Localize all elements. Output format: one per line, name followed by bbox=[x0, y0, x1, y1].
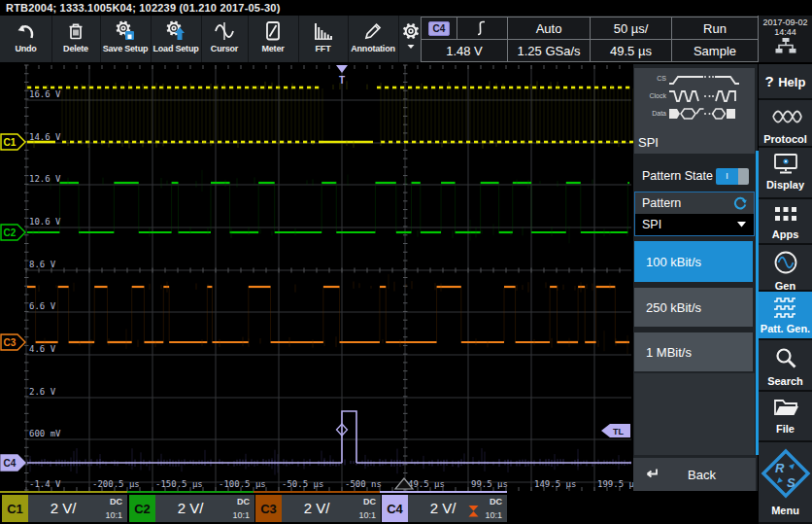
channel-coupling: DC bbox=[110, 497, 122, 507]
channel-coupling: DC bbox=[363, 497, 376, 507]
horizontal-position-cell[interactable]: 49.5 µs bbox=[590, 39, 672, 62]
sidebar-label: Display bbox=[759, 179, 812, 191]
sidebar-item-file[interactable]: File bbox=[759, 392, 812, 442]
rising-slope-icon bbox=[472, 17, 493, 39]
bitrate-label: 1 MBit/s bbox=[646, 345, 692, 360]
voltage-label: 6.6 V bbox=[29, 301, 56, 311]
time-label: -200.5 µs bbox=[92, 479, 140, 489]
help-icon: ? bbox=[765, 73, 774, 89]
load-setup-icon bbox=[163, 18, 188, 44]
bitrate-label: 250 kBit/s bbox=[646, 300, 701, 315]
trigger-level-cell[interactable]: 1.48 V bbox=[421, 39, 508, 62]
time-label: 14:44 bbox=[759, 27, 812, 37]
date-label: 2017-09-02 bbox=[759, 17, 812, 27]
voltage-label: -1.4 V bbox=[29, 479, 61, 489]
save-setup-icon bbox=[113, 18, 138, 44]
trigger-source-cell[interactable]: C4 bbox=[421, 17, 457, 40]
sidebar-label: Help bbox=[778, 75, 805, 89]
channel-probe: 10:1 bbox=[485, 510, 502, 520]
timebase-cell[interactable]: 50 µs/ bbox=[590, 17, 672, 40]
sidebar: ? HelpProtocolDisplayAppsGenPatt. Gen.Se… bbox=[759, 64, 812, 524]
channel-probe: 10:1 bbox=[232, 510, 250, 520]
channel-settings-c3[interactable]: 2 V/DC10:1 bbox=[282, 495, 381, 522]
sidebar-label: Apps bbox=[759, 228, 812, 240]
sidebar-item-display[interactable]: Display bbox=[759, 148, 812, 199]
acquisition-mode-cell[interactable]: Sample bbox=[671, 39, 759, 62]
datetime-panel: 2017-09-02 14:44 bbox=[758, 16, 812, 62]
svg-text:Clock: Clock bbox=[649, 92, 666, 99]
pattern-dropdown[interactable]: Pattern SPI bbox=[634, 192, 755, 236]
svg-text:S: S bbox=[787, 475, 795, 490]
toggle-knob bbox=[738, 168, 749, 185]
generator-icon bbox=[759, 249, 812, 280]
refresh-icon[interactable] bbox=[731, 195, 748, 212]
bitrate-button-1-mbit-s[interactable]: 1 MBit/s bbox=[634, 332, 753, 371]
svg-text:C4: C4 bbox=[4, 458, 17, 469]
channel-settings-c2[interactable]: 2 V/DC10:1 bbox=[155, 495, 254, 522]
acquisition-state-cell[interactable]: Run bbox=[671, 17, 759, 40]
rs-logo-icon: RS bbox=[759, 446, 812, 505]
status-bar: C4Auto50 µs/Run1.48 V1.25 GSa/s49.5 µsSa… bbox=[421, 16, 812, 62]
channel-badge-c1[interactable]: C1 bbox=[2, 495, 28, 522]
pattern-state-label: Pattern State bbox=[642, 169, 716, 183]
channel-settings-c4[interactable]: 2 V/DC10:1 bbox=[408, 495, 507, 522]
svg-text:T: T bbox=[339, 75, 345, 86]
annotation-icon bbox=[360, 18, 386, 44]
settings-gear-icon bbox=[400, 20, 422, 59]
channel-coupling: DC bbox=[490, 497, 502, 507]
chevron-down-icon bbox=[737, 222, 746, 227]
trigger-slope-cell[interactable] bbox=[457, 17, 508, 40]
svg-text:C2: C2 bbox=[4, 227, 17, 238]
toolbar: UndoDeleteSave SetupLoad SetupCursorMete… bbox=[0, 16, 423, 62]
channel-badge-c2[interactable]: C2 bbox=[129, 495, 155, 522]
svg-text:CS: CS bbox=[657, 75, 666, 82]
channel-strip-c2 bbox=[127, 491, 254, 493]
toggle-on-segment: I bbox=[716, 168, 738, 185]
undo-button[interactable]: Undo bbox=[0, 16, 52, 62]
bitrate-button-100-kbit-s[interactable]: 100 kBit/s bbox=[634, 241, 753, 282]
voltage-label: 600 mV bbox=[29, 429, 61, 438]
channel-badge-c3[interactable]: C3 bbox=[255, 495, 282, 522]
pattern-generator-menu: CSClockData SPI Pattern State I Pattern … bbox=[633, 64, 758, 493]
sidebar-item-help[interactable]: ? Help bbox=[759, 64, 812, 100]
channel-badge-c4[interactable]: C4 bbox=[382, 495, 408, 522]
back-arrow-icon bbox=[641, 464, 660, 486]
sidebar-item-search[interactable]: Search bbox=[759, 340, 812, 392]
load-setup-button[interactable]: Load Setup bbox=[151, 16, 202, 62]
trigger-mode-cell[interactable]: Auto bbox=[507, 17, 591, 40]
sidebar-label: Protocol bbox=[759, 133, 812, 145]
waveform-display[interactable]: 16.6 V14.6 V12.6 V10.6 V8.6 V6.6 V4.6 V2… bbox=[0, 64, 633, 493]
sidebar-item-menu[interactable]: RSMenu bbox=[759, 442, 812, 524]
voltage-label: 16.6 V bbox=[29, 89, 61, 99]
fft-button[interactable]: FFT bbox=[298, 16, 349, 62]
svg-text:R: R bbox=[775, 461, 785, 475]
bitrate-label: 100 kBit/s bbox=[646, 255, 701, 269]
svg-text:C1: C1 bbox=[4, 137, 17, 148]
sidebar-item-apps[interactable]: Apps bbox=[759, 199, 812, 245]
pattern-state-row: Pattern State I bbox=[634, 158, 755, 193]
time-label: 149.5 µs bbox=[534, 479, 576, 489]
channel-coupling: DC bbox=[237, 497, 250, 507]
sidebar-item-gen[interactable]: Gen bbox=[759, 245, 812, 292]
cursor-button[interactable]: Cursor bbox=[201, 16, 249, 62]
back-button[interactable]: Back bbox=[633, 458, 756, 491]
save-setup-button[interactable]: Save Setup bbox=[100, 16, 152, 62]
channel-probe: 10:1 bbox=[105, 510, 122, 520]
file-icon bbox=[759, 396, 812, 423]
sidebar-item-patt-gen[interactable]: Patt. Gen. bbox=[759, 292, 812, 340]
channel-settings-c1[interactable]: 2 V/DC10:1 bbox=[28, 495, 127, 522]
sidebar-label: Search bbox=[759, 375, 812, 387]
toolbar-button-label: Undo bbox=[0, 44, 51, 53]
meter-button[interactable]: Meter bbox=[248, 16, 299, 62]
sidebar-item-protocol[interactable]: Protocol bbox=[759, 100, 812, 148]
channel-scale: 2 V/ bbox=[282, 500, 352, 516]
pattern-selected-value: SPI bbox=[642, 218, 737, 231]
toolbar-button-label: Save Setup bbox=[100, 44, 151, 53]
bitrate-button-250-kbit-s[interactable]: 250 kBit/s bbox=[634, 288, 753, 327]
trash-icon bbox=[63, 18, 88, 44]
annotation-button[interactable]: Annotation bbox=[348, 16, 399, 62]
lan-network-icon bbox=[759, 38, 812, 56]
delete-button[interactable]: Delete bbox=[51, 16, 101, 62]
pattern-state-toggle[interactable]: I bbox=[716, 168, 749, 185]
sidebar-label: Patt. Gen. bbox=[759, 323, 812, 334]
